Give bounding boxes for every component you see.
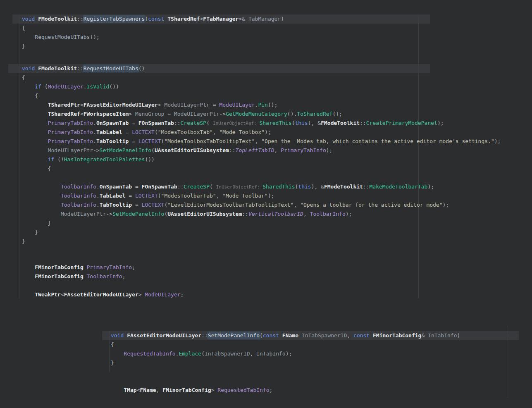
code-token: FModeToolkit <box>324 184 363 190</box>
code-token: . <box>96 184 100 190</box>
code-token: ( <box>206 120 213 126</box>
code-token: ( <box>151 147 155 153</box>
code-token: { <box>22 74 25 81</box>
highlighted-symbol-occurrence[interactable]: RequestModeUITabs <box>83 65 138 72</box>
code-token: ToolbarInfo <box>61 193 96 199</box>
code-token: ToolbarInfo <box>61 202 96 208</box>
code-token: ); <box>443 202 449 208</box>
code-token: if <box>48 156 55 162</box>
highlighted-symbol-occurrence[interactable]: SetModePanelInfo <box>208 332 260 339</box>
code-token: TabTooltip <box>100 202 132 208</box>
code-token: SetModePanelInfo <box>100 147 151 153</box>
code-line[interactable]: { <box>111 340 460 349</box>
code-token: if <box>35 84 41 90</box>
code-line[interactable]: if (!HasIntegratedToolPalettes()) <box>22 155 501 164</box>
code-line[interactable]: RequestedTabInfo.Emplace(InTabSpawnerID,… <box>111 349 460 358</box>
code-token: ModeUILayerPtr <box>61 211 106 217</box>
code-line[interactable]: } <box>111 358 460 367</box>
code-line[interactable]: TMap<FName, FMinorTabConfig> RequestedTa… <box>111 386 460 395</box>
code-line[interactable]: PrimaryTabInfo.TabLabel = LOCTEXT("Modes… <box>22 128 501 137</box>
code-token: Emplace <box>179 351 201 357</box>
code-token: ; <box>270 387 273 393</box>
code-token: -> <box>93 147 100 153</box>
code-token: TSharedRef <box>167 16 200 22</box>
code-token: . <box>83 84 87 90</box>
code-token: InTabInfo <box>256 351 285 357</box>
code-line[interactable] <box>22 173 501 182</box>
code-token <box>22 211 61 217</box>
code-line[interactable] <box>111 377 460 386</box>
code-token: ()) <box>145 156 154 162</box>
code-token: () <box>138 65 145 72</box>
code-token: ), & <box>311 184 324 190</box>
code-token: LOCTEXT <box>138 138 161 144</box>
code-line[interactable]: PrimaryTabInfo.TabTooltip = LOCTEXT("Mod… <box>22 137 501 146</box>
code-token: ( <box>292 120 295 126</box>
code-line[interactable]: { <box>22 91 501 100</box>
code-line[interactable] <box>22 281 184 290</box>
code-token: TMap <box>124 387 136 393</box>
code-line[interactable] <box>111 367 460 377</box>
code-line[interactable]: } <box>22 42 284 51</box>
code-token: ToSharedRef <box>297 111 332 117</box>
code-line[interactable]: TWeakPtr<FAssetEditorModeUILayer> ModeUI… <box>22 290 184 299</box>
code-line[interactable]: { <box>22 24 284 33</box>
code-token: "Mode Toolbox" <box>219 129 265 135</box>
code-line[interactable]: } <box>22 228 501 237</box>
code-token: & <box>421 332 428 339</box>
code-token: = <box>132 184 141 190</box>
code-token: ModeUILayerPtr <box>164 102 210 108</box>
code-token: > <box>129 111 135 117</box>
code-token: > <box>138 291 145 298</box>
code-line[interactable]: RequestModeUITabs(); <box>22 33 284 42</box>
code-token: OnSpawnTab <box>100 184 132 190</box>
code-token: = <box>164 111 174 117</box>
code-line[interactable]: PrimaryTabInfo.OnSpawnTab = FOnSpawnTab:… <box>22 119 501 128</box>
code-token: < <box>61 291 64 298</box>
editor-canvas[interactable]: void FModeToolkit::RegisterTabSpawners(c… <box>0 0 532 408</box>
code-line[interactable]: { <box>22 164 501 173</box>
code-token: (); <box>332 111 342 117</box>
code-token: const <box>148 16 164 22</box>
code-line[interactable]: TSharedRef<FWorkspaceItem> MenuGroup = M… <box>22 110 501 119</box>
code-token: TSharedRef <box>48 111 80 117</box>
code-line[interactable]: ToolbarInfo.OnSpawnTab = FOnSpawnTab::Cr… <box>22 182 501 191</box>
code-token: , <box>250 351 257 357</box>
code-token: "Opens a toolbar for the active editor m… <box>300 202 442 208</box>
code-line[interactable]: FMinorTabConfig ToolbarInfo; <box>22 272 184 281</box>
code-token: ToolbarInfo <box>61 184 96 190</box>
code-token: (). <box>287 111 297 117</box>
code-token: ( <box>158 193 161 199</box>
code-token: -> <box>106 211 113 217</box>
highlighted-symbol-occurrence[interactable]: RegisterTabSpawners <box>83 16 145 22</box>
code-line[interactable]: if (ModeUILayer.IsValid()) <box>22 82 501 91</box>
code-token: this <box>295 120 308 126</box>
code-line[interactable]: void FModeToolkit::RequestModeUITabs() <box>22 64 501 73</box>
code-line[interactable]: void FModeToolkit::RegisterTabSpawners(c… <box>22 14 284 24</box>
code-line[interactable]: } <box>22 219 501 228</box>
code-token: LOCTEXT <box>142 202 165 208</box>
code-line[interactable]: TSharedPtr<FAssetEditorModeUILayer> Mode… <box>22 100 501 110</box>
code-token: CreateSP <box>184 184 210 190</box>
code-line[interactable]: ToolbarInfo.TabLabel = LOCTEXT("ModesToo… <box>22 191 501 200</box>
code-token: "ModesToolboxTab" <box>158 129 213 135</box>
code-token: TabLabel <box>96 129 122 135</box>
code-token: :: <box>177 184 184 190</box>
code-token <box>22 184 61 190</box>
code-line[interactable]: ModeUILayerPtr->SetModePanelInfo(UAssetE… <box>22 146 501 155</box>
code-line[interactable]: ToolbarInfo.TabTooltip = LOCTEXT("LevelE… <box>22 200 501 210</box>
parameter-name-hint: InUserObjectRef: <box>213 121 260 126</box>
code-token: PrimaryTabInfo <box>281 147 326 153</box>
code-line[interactable]: FMinorTabConfig PrimaryTabInfo; <box>22 263 184 272</box>
code-token <box>22 273 35 279</box>
code-line[interactable]: void FAssetEditorModeUILayer::SetModePan… <box>111 331 460 340</box>
code-token: ModeUILayerPtr <box>174 111 219 117</box>
code-token: ( <box>155 129 158 135</box>
code-token: , <box>216 193 223 199</box>
code-token: :: <box>360 120 366 126</box>
code-line[interactable]: ModeUILayerPtr->SetModePanelInfo(UAssetE… <box>22 210 501 219</box>
code-line[interactable]: } <box>22 237 501 246</box>
code-line[interactable]: { <box>22 73 501 82</box>
code-token: :: <box>201 332 208 339</box>
code-token: ); <box>427 184 434 190</box>
